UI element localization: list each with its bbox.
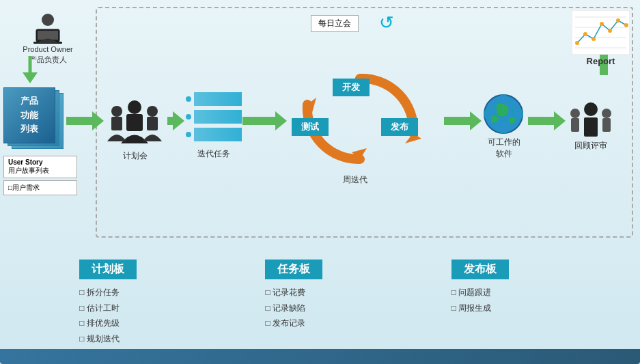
main-container: Product Owner 产品负责人 产品 功能 列表 User Story … [0, 0, 640, 364]
release-item-2: □ 周报生成 [451, 300, 492, 316]
task-item-b2: □ 记录缺陷 [265, 300, 305, 316]
task-board: 任务板 □ 记录花费 □ 记录缺陷 □ 发布记录 [265, 260, 374, 347]
svg-rect-28 [571, 118, 579, 132]
globe-icon [482, 92, 526, 137]
task-item-2 [186, 110, 242, 124]
svg-rect-25 [584, 117, 598, 137]
product-owner-icon [31, 10, 65, 44]
svg-point-37 [575, 41, 579, 45]
user-story-title: User Story [8, 158, 72, 166]
svg-point-11 [147, 106, 158, 117]
svg-marker-18 [444, 111, 482, 130]
planning-item-4: □ 规划迭代 [79, 331, 120, 347]
arrow-right-icon-2 [167, 111, 184, 130]
report-label: Report [587, 56, 615, 66]
svg-point-7 [128, 100, 141, 114]
task-item-b3: □ 发布记录 [265, 316, 305, 331]
globe-area: 可工作的 软件 [482, 92, 526, 160]
user-req-box: □用户需求 [3, 180, 77, 195]
arrow-right-icon-1 [66, 111, 104, 130]
svg-rect-8 [126, 114, 143, 131]
svg-point-27 [570, 109, 580, 118]
svg-point-9 [111, 106, 122, 117]
svg-point-26 [584, 102, 598, 116]
svg-rect-1 [38, 31, 58, 40]
arrow-right-3 [242, 111, 287, 133]
user-story-box: User Story 用户故事列表 [3, 156, 77, 178]
sprint-tasks: 迭代任务 [186, 92, 242, 160]
svg-marker-13 [167, 111, 184, 130]
release-item-1: □ 问题跟进 [451, 285, 492, 300]
report-area: Report [568, 10, 633, 66]
planning-board: 计划板 □ 拆分任务 □ 估计工时 □ 排优先级 □ 规划迭代 [79, 260, 189, 347]
svg-rect-10 [111, 117, 122, 130]
sprint-cycle-label: 周迭代 [311, 174, 400, 186]
sprint-tasks-label: 迭代任务 [186, 148, 242, 160]
bottom-wave [0, 349, 640, 364]
svg-point-38 [583, 32, 587, 36]
review-area: 回顾评审 [567, 89, 615, 152]
product-backlog: 产品 功能 列表 [3, 87, 65, 152]
planning-meeting: 计划会 [106, 92, 164, 162]
report-chart-icon [572, 10, 630, 55]
release-board-title: 发布板 [451, 260, 509, 279]
test-label: 测试 [292, 118, 329, 136]
down-arrow-icon [23, 56, 38, 83]
arrow-right-5 [528, 111, 566, 133]
review-label: 回顾评审 [574, 140, 607, 152]
task-board-items: □ 记录花费 □ 记录缺陷 □ 发布记录 [265, 285, 305, 331]
svg-marker-14 [242, 111, 287, 130]
daily-standup-box: 每日立会 [311, 15, 359, 32]
planning-label: 计划会 [123, 150, 148, 162]
release-board-items: □ 问题跟进 □ 周报生成 [451, 285, 492, 316]
planning-board-items: □ 拆分任务 □ 估计工时 □ 排优先级 □ 规划迭代 [79, 285, 120, 347]
svg-rect-12 [147, 117, 158, 130]
planning-item-3: □ 排优先级 [79, 316, 120, 331]
backlog-line3: 列表 [20, 122, 38, 137]
task-item-b1: □ 记录花费 [265, 285, 305, 300]
arrow-right-icon-3 [242, 111, 287, 130]
svg-marker-24 [528, 111, 566, 130]
planning-board-title: 计划板 [79, 260, 137, 279]
task-item-1 [186, 92, 242, 106]
svg-point-39 [592, 37, 596, 41]
release-label: 发布 [381, 118, 418, 136]
user-story-subtitle: 用户故事列表 [8, 166, 72, 176]
release-board: 发布板 □ 问题跟进 □ 周报生成 [451, 260, 561, 347]
task-board-title: 任务板 [265, 260, 322, 279]
svg-point-41 [608, 29, 612, 33]
task-item-3 [186, 128, 242, 141]
bottom-boards: 计划板 □ 拆分任务 □ 估计工时 □ 排优先级 □ 规划迭代 任务板 □ 记录… [0, 260, 640, 347]
svg-point-3 [42, 14, 54, 26]
arrow-right-icon-4 [444, 111, 482, 130]
svg-point-42 [616, 18, 620, 23]
arrow-right-4 [444, 111, 482, 133]
backlog-line1: 产品 [20, 94, 38, 109]
svg-marker-6 [66, 111, 104, 130]
backlog-line2: 功能 [20, 109, 38, 123]
dev-label: 开发 [333, 79, 370, 96]
meeting-icon [106, 92, 164, 150]
svg-marker-5 [23, 72, 38, 83]
arrow-right-icon-5 [528, 111, 566, 130]
refresh-icon: ↺ [379, 12, 394, 33]
arrow-down-1 [23, 56, 38, 83]
svg-point-29 [602, 109, 611, 118]
sprint-cycle-svg [283, 58, 437, 174]
working-software-label: 可工作的 软件 [488, 137, 520, 160]
arrow-right-1 [66, 111, 104, 133]
svg-point-40 [600, 22, 604, 26]
planning-item-2: □ 估计工时 [79, 300, 120, 316]
review-icon [567, 89, 615, 140]
svg-rect-30 [602, 118, 611, 132]
product-owner-section: Product Owner 产品负责人 [10, 10, 85, 66]
arrow-right-2 [167, 111, 184, 133]
svg-point-43 [624, 23, 628, 27]
planning-item-1: □ 拆分任务 [79, 285, 120, 300]
